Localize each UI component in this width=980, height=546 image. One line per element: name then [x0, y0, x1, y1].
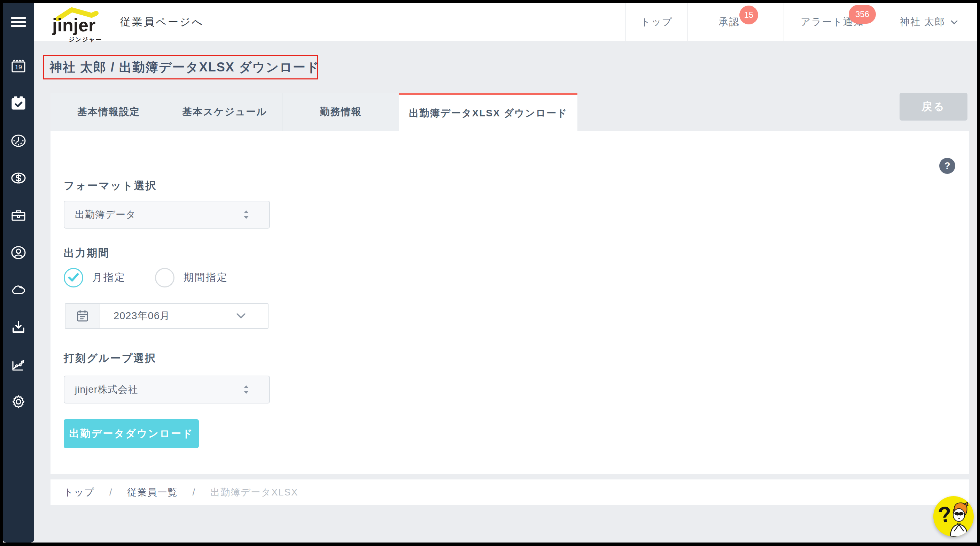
employee-icon [10, 244, 27, 261]
top-header: jinjer ジンジャー 従業員ページへ トップ 承認 15 アラート通知 35… [34, 3, 977, 41]
schedule-check-icon [10, 95, 27, 112]
sidebar-item-payroll[interactable] [3, 168, 34, 188]
radio-unselected-icon [155, 268, 175, 287]
tab-label: 基本情報設定 [77, 105, 140, 118]
download-icon [10, 319, 27, 335]
page-title: 神社 太郎 / 出勤簿データXLSX ダウンロード [44, 59, 320, 76]
sidebar-item-workflow[interactable] [3, 205, 34, 226]
radio-range-label: 期間指定 [183, 271, 228, 285]
tab-label: 基本スケジュール [182, 105, 267, 118]
page-title-annotation-box: 神社 太郎 / 出勤簿データXLSX ダウンロード [43, 55, 318, 80]
sidebar-item-employee[interactable] [3, 242, 34, 263]
attendance-download-button[interactable]: 出勤データダウンロード [64, 419, 199, 448]
chevron-down-icon [236, 313, 246, 319]
updown-caret-icon [242, 384, 250, 395]
brand-subtitle: ジンジャー [49, 35, 122, 43]
format-select-label: フォーマット選択 [64, 179, 157, 193]
employee-page-link[interactable]: 従業員ページへ [120, 3, 204, 41]
mascot-character-icon: ? [933, 496, 974, 536]
tab-basic-info[interactable]: 基本情報設定 [51, 93, 167, 131]
settings-gear-icon [10, 393, 27, 410]
radio-month-label: 月指定 [92, 271, 126, 285]
radio-selected-icon [64, 268, 83, 287]
user-name: 神社 太郎 [900, 15, 945, 29]
sidebar-item-cloud[interactable] [3, 279, 34, 300]
top-nav: トップ 承認 15 アラート通知 356 神社 太郎 [625, 3, 977, 41]
tab-label: 勤務情報 [320, 105, 362, 118]
app-window: 19 [3, 3, 977, 543]
screenshot-frame: 19 [0, 0, 980, 546]
chevron-down-icon [950, 20, 958, 26]
tab-label: 出勤簿データXLSX ダウンロード [409, 107, 568, 120]
radio-range-option[interactable]: 期間指定 [155, 268, 228, 287]
sidebar-item-download[interactable] [3, 317, 34, 338]
nav-item-user-menu[interactable]: 神社 太郎 [881, 3, 977, 41]
hamburger-icon [11, 17, 26, 27]
breadcrumb-top[interactable]: トップ [64, 486, 95, 499]
punch-group-select[interactable]: jinjer株式会社 [64, 376, 270, 404]
breadcrumb-separator: / [192, 487, 196, 498]
clock-icon [10, 133, 27, 149]
month-picker[interactable]: 2023年06月 [65, 303, 269, 329]
calendar-icon [75, 309, 90, 323]
back-button[interactable]: 戻る [900, 93, 967, 121]
hamburger-menu-button[interactable] [3, 3, 34, 41]
nav-item-approval[interactable]: 承認 15 [687, 3, 784, 41]
breadcrumb-employee-list[interactable]: 従業員一覧 [127, 486, 178, 499]
breadcrumb: トップ / 従業員一覧 / 出勤簿データXLSX [51, 479, 969, 505]
analytics-icon [10, 356, 27, 373]
radio-month-option[interactable]: 月指定 [64, 268, 126, 287]
updown-caret-icon [242, 209, 250, 220]
sidebar-item-calendar[interactable]: 19 [3, 56, 34, 77]
calendar-date-icon: 19 [10, 58, 27, 75]
nav-item-alerts[interactable]: アラート通知 356 [784, 3, 881, 41]
jinjer-logo[interactable]: jinjer ジンジャー [49, 5, 122, 40]
alert-count-badge: 356 [849, 5, 876, 24]
output-period-label: 出力期間 [64, 246, 110, 260]
output-period-radio-group: 月指定 期間指定 [64, 267, 228, 289]
punch-group-select-value: jinjer株式会社 [64, 383, 138, 396]
breadcrumb-current: 出勤簿データXLSX [210, 486, 298, 499]
help-mascot-button[interactable]: ? [933, 496, 974, 536]
approval-count-badge: 15 [739, 6, 758, 24]
punch-group-select-label: 打刻グループ選択 [64, 351, 156, 366]
nav-label: 承認 [719, 15, 740, 29]
svg-text:19: 19 [15, 64, 22, 71]
brand-wordmark: jinjer [52, 14, 95, 35]
calendar-cell [65, 304, 100, 328]
breadcrumb-separator: / [109, 487, 113, 498]
sidebar-item-timeclock[interactable] [3, 130, 34, 151]
nav-item-top[interactable]: トップ [625, 3, 687, 41]
payroll-dollar-icon [10, 170, 27, 187]
briefcase-icon [10, 207, 27, 224]
sidebar: 19 [3, 3, 34, 543]
tab-attendance-xlsx-download[interactable]: 出勤簿データXLSX ダウンロード [399, 93, 578, 131]
month-picker-value: 2023年06月 [100, 309, 170, 323]
format-select[interactable]: 出勤簿データ [64, 201, 270, 228]
help-button[interactable]: ? [939, 158, 955, 174]
format-select-value: 出勤簿データ [64, 208, 136, 221]
tab-work-info[interactable]: 勤務情報 [282, 93, 399, 131]
sidebar-item-settings[interactable] [3, 391, 34, 412]
tab-basic-schedule[interactable]: 基本スケジュール [167, 93, 282, 131]
sidebar-item-analytics[interactable] [3, 354, 34, 375]
sidebar-item-schedule[interactable] [3, 93, 34, 114]
cloud-icon [10, 281, 27, 298]
nav-label: トップ [641, 15, 673, 29]
